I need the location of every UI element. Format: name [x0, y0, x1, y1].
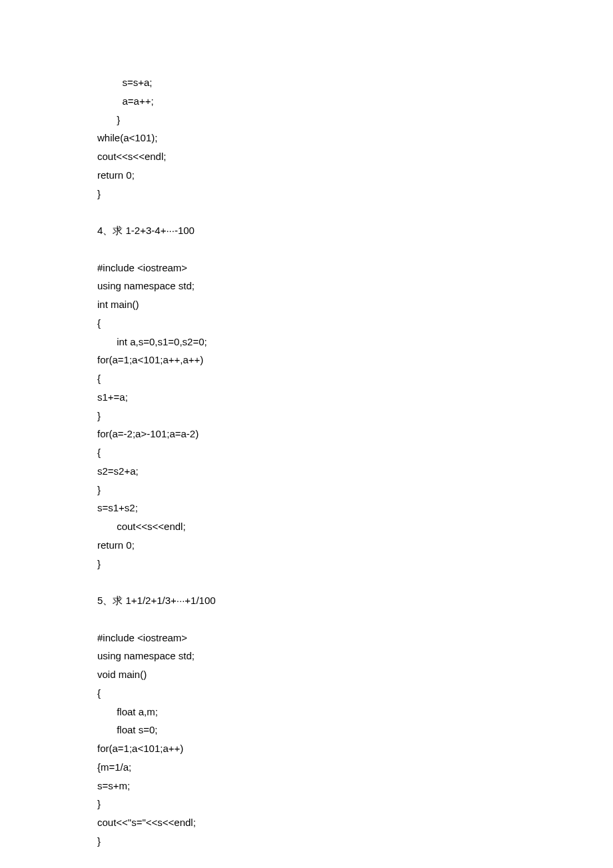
document-page: s=s+a; a=a++; } while(a<101); cout<<s<<e…: [0, 0, 613, 851]
code-text: s=s+a; a=a++; } while(a<101); cout<<s<<e…: [97, 77, 216, 847]
